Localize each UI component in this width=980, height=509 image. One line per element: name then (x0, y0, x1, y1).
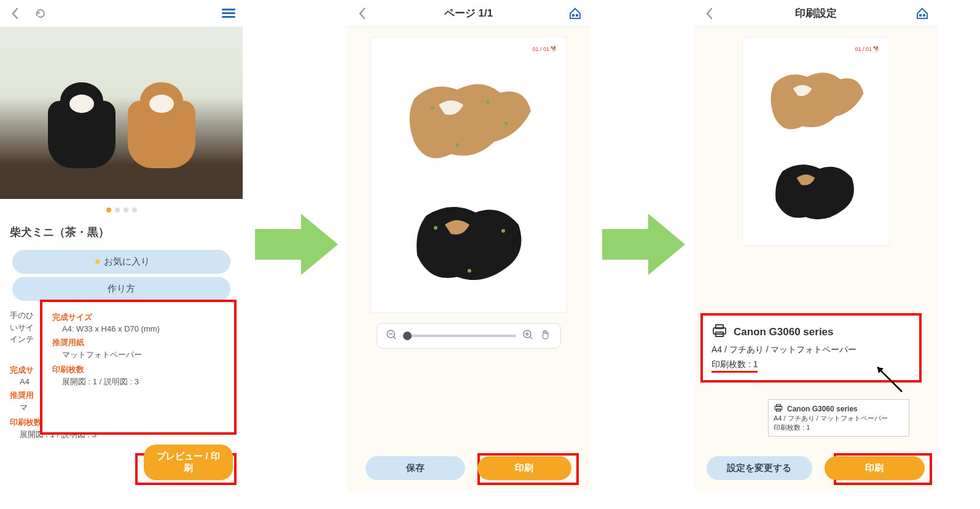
back-icon[interactable] (355, 6, 369, 21)
screen-print-settings: 印刷設定 01 / 01 🐕 Canon G3060 series A4 / フ… (694, 0, 937, 491)
product-photo[interactable] (0, 27, 243, 199)
svg-point-3 (486, 100, 490, 104)
zoom-out-icon[interactable] (386, 329, 397, 343)
svg-point-6 (434, 226, 437, 230)
template-tan-dog (764, 65, 869, 145)
spec-size-label: 完成サイズ (52, 312, 224, 323)
back-icon[interactable] (7, 6, 22, 21)
bg-paper-value: マ (10, 402, 96, 413)
svg-rect-23 (777, 405, 781, 407)
printer-paper-small: A4 / フチあり / マットフォトペーパー (774, 414, 904, 423)
printer-copy-count: 印刷枚数 : 1 (711, 359, 758, 373)
svg-point-2 (431, 106, 434, 110)
home-icon[interactable] (568, 6, 582, 21)
print-preview-page[interactable]: 01 / 01 🐕 (370, 37, 567, 313)
menu-icon[interactable] (222, 7, 235, 20)
svg-rect-16 (919, 14, 922, 17)
svg-rect-17 (923, 14, 925, 17)
svg-rect-1 (576, 14, 578, 17)
screen-detail: 柴犬ミニ（茶・黒） ★お気に入り 作り方 手のひ いサイ インテ 完成サ A4 … (0, 0, 243, 491)
reload-icon[interactable] (33, 6, 48, 21)
home-icon[interactable] (915, 6, 930, 21)
bg-size-value: A4 (10, 377, 96, 386)
printer-name-small: Canon G3060 series (787, 405, 858, 413)
favorite-label: お気に入り (104, 256, 150, 266)
favorite-button[interactable]: ★お気に入り (12, 250, 230, 274)
pan-hand-icon[interactable] (539, 328, 552, 343)
item-title: 柴犬ミニ（茶・黒） (0, 220, 243, 244)
svg-rect-0 (572, 14, 574, 17)
back-icon[interactable] (702, 6, 716, 21)
save-button[interactable]: 保存 (366, 456, 465, 480)
body-text-partial: 手のひ いサイ インテ (0, 307, 44, 348)
printer-icon (711, 323, 727, 341)
printer-count-small: 印刷枚数 : 1 (774, 423, 904, 432)
flow-arrow-1 (243, 0, 347, 491)
printer-icon (774, 403, 783, 414)
zoom-slider[interactable] (403, 335, 516, 337)
bg-size-label: 完成サ (10, 365, 96, 376)
svg-line-15 (530, 336, 532, 339)
header-bar: ページ 1/1 (347, 0, 590, 27)
zoom-control[interactable] (377, 323, 561, 349)
screen-preview: ページ 1/1 01 / 01 🐕 保存 印刷 (347, 0, 590, 491)
printer-name: Canon G3060 series (734, 326, 834, 338)
flow-arrow-2 (590, 0, 694, 491)
page-badge: 01 / 01 🐕 (532, 46, 557, 52)
print-preview-thumbnail[interactable]: 01 / 01 🐕 (742, 37, 890, 246)
svg-point-4 (504, 122, 508, 125)
printer-paper-settings: A4 / フチあり / マットフォトペーパー (711, 344, 911, 356)
preview-print-button[interactable]: プレビュー / 印刷 (144, 445, 233, 480)
template-black-dog (767, 157, 863, 231)
svg-point-8 (468, 269, 471, 273)
star-icon: ★ (93, 256, 101, 266)
bg-count-value: 展開図 : 1 / 説明図 : 3 (10, 429, 96, 440)
template-tan-dog (402, 74, 537, 179)
spec-size-value: A4: W33 x H46 x D70 (mm) (52, 324, 224, 333)
header-bar (0, 0, 243, 27)
howto-button[interactable]: 作り方 (12, 277, 230, 301)
svg-line-11 (393, 336, 396, 339)
spec-paper-label: 推奨用紙 (52, 337, 224, 348)
print-button[interactable]: 印刷 (477, 456, 572, 480)
header-bar: 印刷設定 (694, 0, 937, 27)
change-settings-button[interactable]: 設定を変更する (707, 456, 812, 480)
bg-count-label: 印刷枚数 (10, 417, 96, 428)
printer-info-panel[interactable]: Canon G3060 series A4 / フチあり / マットフォトペーパ… (768, 399, 909, 437)
template-black-dog (408, 197, 531, 295)
page-title: 印刷設定 (795, 6, 837, 20)
page-indicator: ページ 1/1 (444, 6, 493, 20)
page-badge: 01 / 01 🐕 (855, 46, 880, 52)
zoom-in-icon[interactable] (522, 329, 533, 343)
print-button[interactable]: 印刷 (825, 456, 925, 480)
svg-point-7 (501, 229, 505, 233)
dog-black-figure (48, 101, 116, 168)
annotation-arrow (872, 362, 906, 396)
bg-paper-label: 推奨用 (10, 390, 96, 401)
svg-point-5 (455, 143, 459, 147)
dog-tan-figure (128, 101, 195, 168)
photo-pager[interactable] (0, 199, 243, 220)
